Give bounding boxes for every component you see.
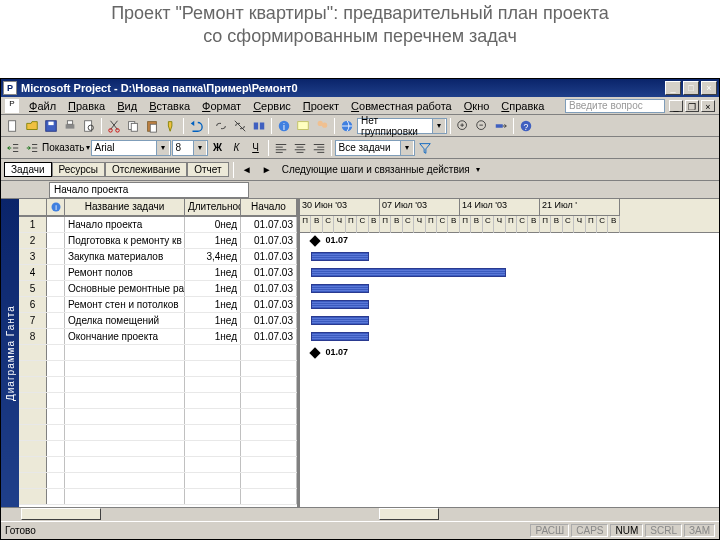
table-row[interactable] (19, 409, 297, 425)
gantt-bar[interactable] (311, 332, 368, 341)
view-bar[interactable]: Диаграмма Ганта (1, 199, 19, 507)
menu-Правка[interactable]: Правка (62, 100, 111, 112)
table-row[interactable] (19, 425, 297, 441)
filter-combo[interactable]: Все задачи (335, 140, 415, 156)
gantt-bar[interactable] (311, 284, 368, 293)
undo-icon[interactable] (187, 117, 205, 135)
help-search-input[interactable]: Введите вопрос (565, 99, 665, 113)
table-row[interactable]: 3 Закупка материалов 3,4нед 01.07.03 (19, 249, 297, 265)
table-row[interactable]: 1 Начало проекта 0нед 01.07.03 (19, 217, 297, 233)
status-ready: Готово (5, 525, 36, 536)
maximize-button[interactable]: □ (683, 81, 699, 95)
grid-body[interactable]: 1 Начало проекта 0нед 01.07.03 2 Подгото… (19, 217, 297, 507)
menu-Окно[interactable]: Окно (458, 100, 496, 112)
start-column-header[interactable]: Начало (241, 199, 297, 216)
font-combo[interactable]: Arial (91, 140, 171, 156)
name-column-header[interactable]: Название задачи (65, 199, 185, 216)
info-icon[interactable]: i (275, 117, 293, 135)
assign-icon[interactable] (313, 117, 331, 135)
svg-rect-12 (150, 124, 156, 132)
svg-rect-2 (48, 121, 53, 125)
table-row[interactable] (19, 489, 297, 505)
unlink-icon[interactable] (231, 117, 249, 135)
bold-icon[interactable]: Ж (209, 139, 227, 157)
table-row[interactable] (19, 361, 297, 377)
svg-rect-5 (85, 120, 92, 131)
fontsize-combo[interactable]: 8 (172, 140, 208, 156)
save-icon[interactable] (42, 117, 60, 135)
duration-column-header[interactable]: Длительность (185, 199, 241, 216)
next-icon[interactable]: ► (258, 161, 276, 179)
open-icon[interactable] (23, 117, 41, 135)
menu-Совместная работа[interactable]: Совместная работа (345, 100, 458, 112)
autofilter-icon[interactable] (416, 139, 434, 157)
status-CAPS: CAPS (571, 524, 608, 537)
minimize-button[interactable]: _ (665, 81, 681, 95)
split-icon[interactable] (250, 117, 268, 135)
link-icon[interactable] (212, 117, 230, 135)
tab-Отчет[interactable]: Отчет (187, 162, 228, 177)
table-row[interactable]: 7 Оделка помещений 1нед 01.07.03 (19, 313, 297, 329)
table-row[interactable]: 8 Окончание проекта 1нед 01.07.03 (19, 329, 297, 345)
table-row[interactable] (19, 457, 297, 473)
hscrollbar[interactable] (1, 507, 719, 521)
table-row[interactable] (19, 393, 297, 409)
format-painter-icon[interactable] (162, 117, 180, 135)
gantt-chart[interactable]: 30 Июн '0307 Июл '0314 Июл '0321 Июл ' П… (300, 199, 719, 507)
gantt-bar[interactable] (311, 268, 505, 277)
mdi-restore-button[interactable]: ❐ (685, 100, 699, 112)
publish-icon[interactable] (338, 117, 356, 135)
zoom-out-icon[interactable] (473, 117, 491, 135)
align-center-icon[interactable] (291, 139, 309, 157)
new-icon[interactable] (4, 117, 22, 135)
menu-Файл[interactable]: Файл (23, 100, 62, 112)
preview-icon[interactable] (80, 117, 98, 135)
tab-Задачи[interactable]: Задачи (4, 162, 52, 177)
grouping-combo[interactable]: Нет группировки (357, 118, 447, 134)
cell-name-box[interactable]: Начало проекта (49, 182, 249, 198)
show-label[interactable]: Показать (42, 142, 85, 153)
table-row[interactable] (19, 377, 297, 393)
table-row[interactable] (19, 345, 297, 361)
indent-icon[interactable] (23, 139, 41, 157)
svg-rect-0 (9, 120, 16, 131)
gantt-bar[interactable] (311, 252, 368, 261)
mdi-minimize-button[interactable]: _ (669, 100, 683, 112)
menu-Формат[interactable]: Формат (196, 100, 247, 112)
menu-Справка[interactable]: Справка (495, 100, 550, 112)
paste-icon[interactable] (143, 117, 161, 135)
table-row[interactable]: 5 Основные ремонтные ра 1нед 01.07.03 (19, 281, 297, 297)
underline-icon[interactable]: Ч (247, 139, 265, 157)
milestone[interactable] (310, 235, 321, 246)
info-column-header[interactable]: i (47, 199, 65, 216)
gantt-bar[interactable] (311, 316, 368, 325)
next-steps-label[interactable]: Следующие шаги и связанные действия (278, 164, 474, 175)
align-right-icon[interactable] (310, 139, 328, 157)
note-icon[interactable] (294, 117, 312, 135)
table-row[interactable]: 2 Подготовка к ремонту кв 1нед 01.07.03 (19, 233, 297, 249)
table-row[interactable] (19, 473, 297, 489)
print-icon[interactable] (61, 117, 79, 135)
mdi-close-button[interactable]: × (701, 100, 715, 112)
menu-Вставка[interactable]: Вставка (143, 100, 196, 112)
gantt-bar[interactable] (311, 300, 368, 309)
tab-Ресурсы[interactable]: Ресурсы (52, 162, 105, 177)
table-row[interactable]: 6 Ремонт стен и потолков 1нед 01.07.03 (19, 297, 297, 313)
menu-Сервис[interactable]: Сервис (247, 100, 297, 112)
milestone[interactable] (310, 347, 321, 358)
table-row[interactable]: 4 Ремонт полов 1нед 01.07.03 (19, 265, 297, 281)
copy-icon[interactable] (124, 117, 142, 135)
align-left-icon[interactable] (272, 139, 290, 157)
outdent-icon[interactable] (4, 139, 22, 157)
goto-task-icon[interactable] (492, 117, 510, 135)
zoom-in-icon[interactable] (454, 117, 472, 135)
cut-icon[interactable] (105, 117, 123, 135)
menu-Вид[interactable]: Вид (111, 100, 143, 112)
close-button[interactable]: × (701, 81, 717, 95)
table-row[interactable] (19, 441, 297, 457)
italic-icon[interactable]: К (228, 139, 246, 157)
menu-Проект[interactable]: Проект (297, 100, 345, 112)
tab-Отслеживание[interactable]: Отслеживание (105, 162, 187, 177)
help-icon[interactable]: ? (517, 117, 535, 135)
prev-icon[interactable]: ◄ (238, 161, 256, 179)
